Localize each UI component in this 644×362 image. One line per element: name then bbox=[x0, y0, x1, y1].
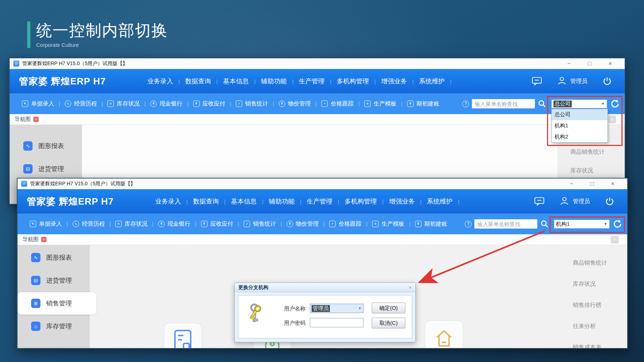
window-controls: − □ × bbox=[570, 181, 614, 187]
link-sales-ranking[interactable]: 销售排行榜 bbox=[573, 302, 627, 309]
menu-auxiliary[interactable]: 辅助功能 bbox=[261, 77, 287, 85]
panel-close-icon[interactable]: × bbox=[611, 236, 619, 244]
toolbar-label: 经营历程 bbox=[74, 100, 97, 108]
help-icon[interactable]: ? bbox=[465, 221, 472, 228]
password-input[interactable] bbox=[310, 318, 364, 327]
tab-navigation-map[interactable]: 导航图 × bbox=[15, 116, 39, 123]
toolbar-label: 价格跟踪 bbox=[338, 220, 361, 228]
minimize-icon[interactable]: − bbox=[567, 60, 571, 67]
org-option-head-office[interactable]: 总公司 bbox=[552, 109, 608, 120]
chart-line-icon: ∿ bbox=[23, 141, 33, 151]
warehouse-icon: ⌂ bbox=[31, 322, 40, 331]
help-icon[interactable]: ? bbox=[462, 101, 469, 107]
sidebar-item-purchasing[interactable]: ⊟ 进货管理 bbox=[18, 269, 90, 292]
search-icon[interactable] bbox=[540, 220, 549, 228]
link-partner-analysis[interactable]: 往来分析 bbox=[573, 323, 627, 330]
link-product-sales-stats[interactable]: 商品销售统计 bbox=[573, 259, 627, 267]
menu-business-entry[interactable]: 业务录入 bbox=[147, 77, 173, 85]
menu-basic-info[interactable]: 基本信息 bbox=[223, 77, 249, 85]
toolbar-receivable-payable[interactable]: ¥应收应付 bbox=[201, 220, 233, 228]
shortcut-card-documents[interactable] bbox=[164, 323, 202, 349]
toolbar-price-tracking[interactable]: •价格跟踪 bbox=[321, 100, 353, 108]
refresh-icon[interactable] bbox=[610, 99, 620, 108]
sidebar-item-graph-reports[interactable]: ∿ 图形报表 bbox=[10, 135, 82, 157]
toolbar-price-tracking[interactable]: •价格跟踪 bbox=[329, 220, 361, 228]
sidebar-item-label: 图形报表 bbox=[46, 253, 72, 262]
menu-data-query[interactable]: 数据查询 bbox=[193, 197, 219, 206]
org-option-branch1[interactable]: 机构1 bbox=[552, 120, 608, 131]
sidebar-item-inventory[interactable]: ⌂ 库存管理 bbox=[18, 315, 90, 337]
shortcut-card-home[interactable] bbox=[425, 320, 463, 349]
tab-close-icon[interactable]: × bbox=[33, 117, 39, 122]
toolbar-production-template[interactable]: ≡生产模板 bbox=[372, 220, 404, 228]
toolbar-label: 物价管理 bbox=[288, 100, 311, 108]
power-icon[interactable] bbox=[602, 77, 612, 86]
menu-business-entry[interactable]: 业务录入 bbox=[155, 197, 181, 206]
message-icon[interactable] bbox=[532, 77, 542, 86]
toolbar-receivable-payable[interactable]: ¥应收应付 bbox=[193, 100, 225, 108]
tab-navigation-map[interactable]: 导航图 × bbox=[23, 236, 47, 243]
org-select[interactable]: 机构1 ▼ bbox=[554, 220, 610, 229]
toolbar-cash-bank[interactable]: ¥现金银行 bbox=[150, 100, 182, 108]
toolbar-inventory-status[interactable]: ≡库存状况 bbox=[115, 220, 147, 228]
menu-system-maint[interactable]: 系统维护 bbox=[427, 197, 453, 206]
menu-multi-org[interactable]: 多机构管理 bbox=[345, 197, 377, 206]
menu-data-query[interactable]: 数据查询 bbox=[185, 77, 211, 85]
org-select[interactable]: 总公司 ▼ bbox=[551, 99, 607, 108]
receivable-payable-icon: ¥ bbox=[201, 221, 208, 227]
close-icon[interactable]: × bbox=[609, 60, 612, 67]
window-title: 管家婆辉煌ERP H7 V15.0（5用户）试用版【】 bbox=[30, 181, 136, 187]
toolbar-inventory-status[interactable]: ≡库存状况 bbox=[107, 100, 140, 108]
username-select[interactable]: 管理员 ▼ bbox=[310, 304, 364, 313]
maximize-icon[interactable]: □ bbox=[590, 181, 594, 187]
toolbar-initial-setup[interactable]: ¥期初建账 bbox=[415, 220, 447, 228]
menu-search-input[interactable] bbox=[474, 219, 537, 229]
toolbar-business-history[interactable]: ∿经营历程 bbox=[65, 100, 97, 108]
menu-basic-info[interactable]: 基本信息 bbox=[231, 197, 257, 206]
tab-close-icon[interactable]: × bbox=[41, 237, 47, 242]
refresh-icon[interactable] bbox=[613, 219, 622, 229]
toolbar-initial-setup[interactable]: ¥期初建账 bbox=[407, 100, 439, 108]
toolbar-sales-stats[interactable]: ✓销售统计 bbox=[236, 100, 268, 108]
link-product-sales-stats[interactable]: 商品销售统计 bbox=[570, 148, 625, 156]
toolbar-price-mgmt[interactable]: ¥物价管理 bbox=[287, 220, 319, 228]
tab-label: 导航图 bbox=[15, 116, 31, 123]
panel-close-icon[interactable]: × bbox=[608, 116, 616, 123]
power-icon[interactable] bbox=[605, 197, 614, 206]
menu-auxiliary[interactable]: 辅助功能 bbox=[269, 197, 294, 206]
toolbar-business-history[interactable]: ∿经营历程 bbox=[73, 220, 105, 228]
price-tracking-icon: • bbox=[321, 101, 328, 107]
cancel-button[interactable]: 取消(C) bbox=[372, 318, 405, 328]
search-icon[interactable] bbox=[538, 99, 546, 108]
tab-strip: 导航图 × × bbox=[10, 114, 625, 125]
password-label: 用户密码 bbox=[284, 320, 306, 327]
sidebar-item-purchasing[interactable]: ⊟ 进货管理 bbox=[10, 158, 82, 180]
ok-button[interactable]: 确定(O) bbox=[372, 303, 405, 313]
maximize-icon[interactable]: □ bbox=[588, 60, 591, 67]
menu-multi-org[interactable]: 多机构管理 bbox=[337, 77, 369, 85]
toolbar-production-template[interactable]: ≡生产模板 bbox=[364, 100, 396, 108]
minimize-icon[interactable]: − bbox=[570, 181, 573, 187]
toolbar-doc-entry[interactable]: ✎单据录入 bbox=[22, 100, 54, 108]
link-inventory-status[interactable]: 库存状况 bbox=[573, 280, 627, 288]
menu-production[interactable]: 生产管理 bbox=[299, 77, 325, 85]
sidebar-item-sales[interactable]: ≣ 销售管理 bbox=[18, 292, 96, 314]
toolbar-doc-entry[interactable]: ✎单据录入 bbox=[30, 220, 62, 228]
menu-enhanced[interactable]: 增强业务 bbox=[381, 77, 407, 85]
link-sales-cost-table[interactable]: 销售成本表 bbox=[573, 344, 627, 349]
sidebar-item-graph-reports[interactable]: ∿ 图形报表 bbox=[18, 246, 90, 269]
menu-production[interactable]: 生产管理 bbox=[307, 197, 332, 206]
user-menu[interactable]: 管理员 bbox=[557, 76, 587, 87]
menu-system-maint[interactable]: 系统维护 bbox=[419, 77, 445, 85]
menu-enhanced[interactable]: 增强业务 bbox=[389, 197, 415, 206]
dialog-close-icon[interactable]: × bbox=[409, 285, 412, 290]
user-menu[interactable]: 管理员 bbox=[560, 196, 590, 207]
close-icon[interactable]: × bbox=[611, 181, 614, 187]
toolbar-price-mgmt[interactable]: ¥物价管理 bbox=[279, 100, 311, 108]
link-inventory-status[interactable]: 库存状况 bbox=[570, 167, 625, 175]
org-option-branch2[interactable]: 机构2 bbox=[552, 131, 608, 142]
menu-search-input[interactable] bbox=[472, 99, 535, 108]
toolbar-cash-bank[interactable]: ¥现金银行 bbox=[158, 220, 190, 228]
toolbar-sales-stats[interactable]: ✓销售统计 bbox=[244, 220, 276, 228]
message-icon[interactable] bbox=[534, 197, 545, 206]
